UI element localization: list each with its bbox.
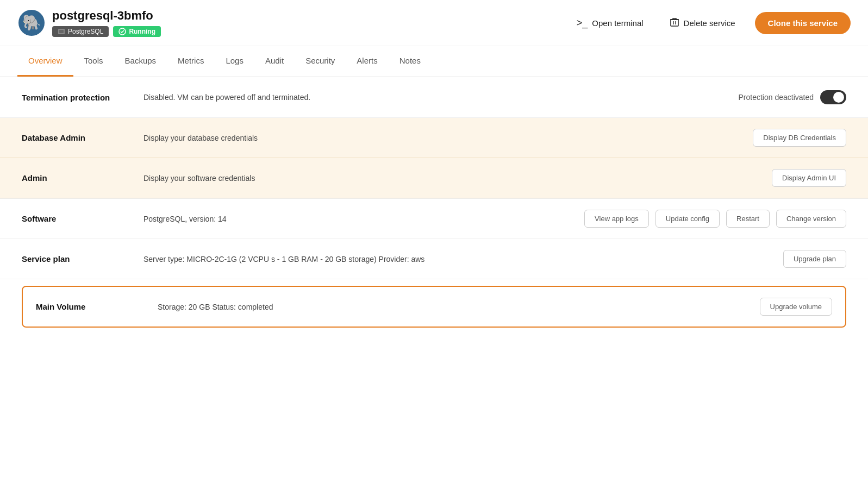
service-plan-description: Server type: MICRO-2C-1G (2 VCPU s - 1 G… xyxy=(143,255,770,263)
service-info: postgresql-3bmfo PostgreSQL xyxy=(52,9,161,37)
view-app-logs-button[interactable]: View app logs xyxy=(584,210,649,228)
software-description: PostgreSQL, version: 14 xyxy=(143,215,571,223)
tab-metrics[interactable]: Metrics xyxy=(167,46,215,77)
database-admin-section: Database Admin Display your database cre… xyxy=(0,118,868,158)
main-volume-outer: Main Volume Storage: 20 GB Status: compl… xyxy=(0,279,868,338)
tab-overview[interactable]: Overview xyxy=(17,46,73,77)
header-actions: >_ Open terminal Delete service Clone th… xyxy=(570,12,851,34)
admin-label: Admin xyxy=(22,173,130,183)
software-section: Software PostgreSQL, version: 14 View ap… xyxy=(0,198,868,238)
tab-logs[interactable]: Logs xyxy=(215,46,254,77)
database-admin-label: Database Admin xyxy=(22,133,130,142)
termination-protection-section: Termination protection Disabled. VM can … xyxy=(0,77,868,118)
admin-description: Display your software credentials xyxy=(143,174,759,183)
software-actions: View app logs Update config Restart Chan… xyxy=(584,210,846,228)
termination-label: Termination protection xyxy=(22,93,130,102)
tab-notes[interactable]: Notes xyxy=(389,46,432,77)
clone-service-button[interactable]: Clone this service xyxy=(755,12,851,34)
change-version-button[interactable]: Change version xyxy=(776,210,846,228)
page-header: 🐘 postgresql-3bmfo PostgreSQL xyxy=(0,0,868,46)
upgrade-volume-button[interactable]: Upgrade volume xyxy=(760,298,832,316)
logo-area: 🐘 postgresql-3bmfo PostgreSQL xyxy=(17,9,561,37)
software-label: Software xyxy=(22,214,130,223)
open-terminal-button[interactable]: >_ Open terminal xyxy=(570,13,650,33)
delete-service-button[interactable]: Delete service xyxy=(663,13,742,33)
tab-backups[interactable]: Backups xyxy=(114,46,167,77)
toggle-area: Protection deactivated xyxy=(738,90,846,104)
termination-description: Disabled. VM can be powered off and term… xyxy=(143,93,725,102)
tab-security[interactable]: Security xyxy=(295,46,346,77)
svg-text:🐘: 🐘 xyxy=(22,14,41,32)
restart-button[interactable]: Restart xyxy=(726,210,770,228)
upgrade-plan-button[interactable]: Upgrade plan xyxy=(783,250,846,268)
service-name: postgresql-3bmfo xyxy=(52,9,161,23)
tab-alerts[interactable]: Alerts xyxy=(346,46,388,77)
check-icon xyxy=(118,28,126,35)
svg-rect-5 xyxy=(671,20,678,26)
running-badge: Running xyxy=(113,26,161,37)
tab-tools[interactable]: Tools xyxy=(73,46,114,77)
postgresql-badge: PostgreSQL xyxy=(52,26,109,37)
navigation-tabs: Overview Tools Backups Metrics Logs Audi… xyxy=(0,46,868,77)
svg-rect-3 xyxy=(59,30,64,33)
display-db-credentials-button[interactable]: Display DB Credentials xyxy=(753,129,846,147)
database-admin-description: Display your database credentials xyxy=(143,134,740,142)
main-volume-description: Storage: 20 GB Status: completed xyxy=(158,303,747,311)
main-volume-label: Main Volume xyxy=(36,302,145,311)
service-plan-label: Service plan xyxy=(22,254,130,263)
pg-badge-icon xyxy=(58,28,65,35)
trash-icon xyxy=(670,17,679,29)
service-plan-section: Service plan Server type: MICRO-2C-1G (2… xyxy=(0,238,868,279)
tab-audit[interactable]: Audit xyxy=(254,46,295,77)
termination-toggle[interactable] xyxy=(820,90,846,104)
update-config-button[interactable]: Update config xyxy=(655,210,720,228)
display-admin-ui-button[interactable]: Display Admin UI xyxy=(772,169,846,187)
overview-content: Termination protection Disabled. VM can … xyxy=(0,77,868,338)
postgresql-logo: 🐘 xyxy=(17,9,46,37)
badges: PostgreSQL Running xyxy=(52,26,161,37)
terminal-icon: >_ xyxy=(577,17,588,29)
admin-section: Admin Display your software credentials … xyxy=(0,158,868,198)
main-volume-section: Main Volume Storage: 20 GB Status: compl… xyxy=(22,286,846,328)
protection-status-label: Protection deactivated xyxy=(738,93,814,102)
